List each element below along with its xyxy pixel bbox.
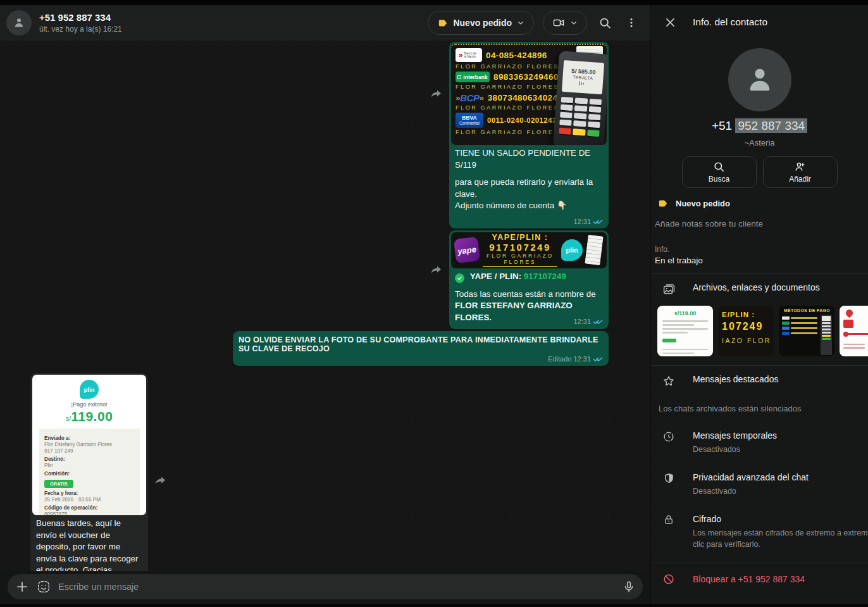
contact-info-panel: Info. del contacto +51 952 887 334 ~Aste… [650, 5, 868, 604]
person-icon [742, 62, 778, 97]
receipt-paper [585, 235, 603, 266]
incoming-image-message[interactable]: plin ¡Pago exitoso! s/119.00 Enviado a: … [30, 373, 148, 571]
label-tag-icon [657, 198, 668, 209]
message-row-voucher: plin ¡Pago exitoso! s/119.00 Enviado a: … [30, 373, 609, 571]
archived-chats-note: Los chats archivados están silenciados [651, 396, 868, 422]
search-icon [598, 16, 612, 30]
kebab-menu-icon [625, 16, 638, 29]
close-icon [664, 16, 676, 28]
new-order-label: Nuevo pedido [453, 18, 512, 28]
person-add-icon [794, 161, 806, 173]
account-holder: FLOR GARRIAZO FLORES [456, 129, 569, 135]
message-time: 12:31 [573, 217, 591, 227]
whatsapp-app: +51 952 887 334 últ. vez hoy a la(s) 16:… [0, 5, 868, 604]
contact-header[interactable]: +51 952 887 334 últ. vez hoy a la(s) 16:… [6, 10, 122, 35]
add-contact-button[interactable]: Añadir [763, 156, 838, 188]
contact-avatar[interactable] [6, 10, 32, 35]
message-time: 12:31 [573, 317, 591, 327]
contactless-icon [578, 80, 588, 87]
order-label-row[interactable]: Nuevo pedido [651, 193, 868, 213]
block-contact-row[interactable]: Bloquear a +51 952 887 334 [651, 563, 868, 595]
shield-icon [661, 472, 676, 484]
advanced-privacy-row[interactable]: Privacidad avanzada del chat Desactivado [651, 463, 868, 505]
message-row-accounts: Banco de la Nación 04-085-424896 FLOR GA… [30, 42, 609, 228]
close-panel-button[interactable] [661, 13, 679, 31]
client-notes-field[interactable]: Añade notas sobre tu cliente [651, 213, 868, 237]
chat-header-actions: Nuevo pedido [428, 11, 640, 35]
panel-content: +51 952 887 334 ~Asteria Busca Añadir Nu… [651, 39, 868, 604]
emoji-sticker-button[interactable] [37, 580, 51, 594]
message-caption: TIENE UN SALDO PENDIENTE DE S/119 para q… [451, 145, 607, 216]
person-icon [12, 16, 26, 30]
chevron-down-icon [517, 19, 524, 27]
contact-avatar-large[interactable] [728, 48, 791, 111]
contact-phone: +51 952 887 334 [651, 119, 868, 133]
message-input-bar [8, 574, 643, 599]
search-contact-button[interactable]: Busca [682, 156, 757, 188]
message-list: Banco de la Nación 04-085-424896 FLOR GA… [0, 41, 650, 571]
info-value: En el trabajo [651, 256, 868, 273]
yape-plin-image[interactable]: yape YAPE/PLIN : 917107249 FLOR GARRIAZO… [451, 232, 607, 268]
media-thumb-methods[interactable]: MÉTODOS DE PAGO [779, 306, 834, 356]
account-holder: FLOR GARRIAZO FLORES [456, 63, 569, 70]
plin-logo: plin [561, 239, 583, 261]
chevron-down-icon [570, 19, 578, 27]
interbank-logo: interbank [456, 72, 490, 82]
bcp-logo: BCP [456, 92, 484, 103]
star-icon [661, 375, 676, 387]
media-thumb-voucher[interactable]: s/119.00 [657, 306, 713, 356]
account-holder: FLOR GARRIAZO FLORES [456, 104, 569, 111]
report-contact-row[interactable]: Reportar a +51 952 887 334 [651, 595, 868, 604]
microphone-button[interactable] [623, 580, 635, 593]
contact-name: +51 952 887 334 [39, 12, 122, 23]
bank-accounts-image[interactable]: Banco de la Nación 04-085-424896 FLOR GA… [451, 44, 607, 145]
account-number: 38073480634024 [488, 93, 558, 103]
timer-icon [661, 430, 676, 443]
search-in-chat-button[interactable] [596, 14, 614, 32]
free-fee-badge: GRATIS [44, 480, 73, 488]
message-row-reminder: NO OLVIDE ENVIAR LA FOTO DE SU COMPROBAN… [30, 331, 609, 366]
plin-voucher-image[interactable]: plin ¡Pago exitoso! s/119.00 Enviado a: … [32, 375, 146, 515]
chat-menu-button[interactable] [623, 14, 640, 32]
video-call-button[interactable] [543, 11, 587, 35]
new-order-button[interactable]: Nuevo pedido [428, 11, 534, 35]
message-input[interactable] [58, 582, 615, 592]
outgoing-image-message[interactable]: Banco de la Nación 04-085-424896 FLOR GA… [449, 42, 609, 228]
message-time: 12:31 [573, 355, 591, 363]
message-row-yape: yape YAPE/PLIN : 917107249 FLOR GARRIAZO… [30, 230, 609, 330]
video-camera-icon [552, 16, 565, 29]
starred-messages-row[interactable]: Mensajes destacados [651, 366, 868, 396]
bbva-logo: BBVAContinental [456, 113, 483, 128]
media-section-row[interactable]: Archivos, enlaces y documentos [651, 274, 868, 304]
last-seen-status: últ. vez hoy a la(s) 16:21 [39, 25, 122, 34]
pos-mode: TARJETA [573, 74, 593, 80]
account-holder: FLOR GARRIAZO FLORES [456, 84, 569, 90]
lock-icon [661, 514, 676, 525]
media-thumbnails: s/119.00 E/PLIN : 107249 IAZO FLOR MÉTOD… [651, 304, 868, 365]
forward-message-icon[interactable] [154, 474, 167, 487]
account-number: 8983363249460 [493, 72, 559, 82]
message-caption: Buenas tardes, aquí le envío el voucher … [32, 515, 146, 571]
forward-message-icon[interactable] [430, 263, 443, 276]
media-thumb-yape[interactable]: E/PLIN : 107249 IAZO FLOR [718, 306, 774, 356]
chat-column: +51 952 887 334 últ. vez hoy a la(s) 16:… [0, 5, 650, 604]
chat-header: +51 952 887 334 últ. vez hoy a la(s) 16:… [0, 5, 650, 41]
search-icon [713, 161, 725, 173]
media-thumb-tracking[interactable] [840, 306, 868, 356]
read-checks-icon [593, 318, 603, 325]
attach-plus-button[interactable] [15, 580, 29, 594]
edited-label: Editado [548, 355, 571, 363]
block-icon [661, 573, 676, 585]
outgoing-image-message[interactable]: yape YAPE/PLIN : 917107249 FLOR GARRIAZO… [449, 230, 609, 330]
outgoing-text-message[interactable]: NO OLVIDE ENVIAR LA FOTO DE SU COMPROBAN… [233, 331, 609, 366]
message-time: 15:56 [125, 570, 142, 571]
disappearing-messages-row[interactable]: Mensajes temporales Desactivados [651, 422, 868, 463]
label-tag-icon [437, 18, 448, 28]
media-gallery-icon [661, 283, 676, 296]
encryption-row[interactable]: Cifrado Los mensajes están cifrados de e… [651, 505, 868, 558]
forward-message-icon[interactable] [430, 87, 443, 100]
yape-logo: yape [454, 237, 480, 263]
panel-title: Info. del contacto [693, 16, 767, 28]
read-checks-icon [593, 356, 603, 362]
pos-terminal-graphic: S/ 585.00 TARJETA [553, 51, 607, 145]
